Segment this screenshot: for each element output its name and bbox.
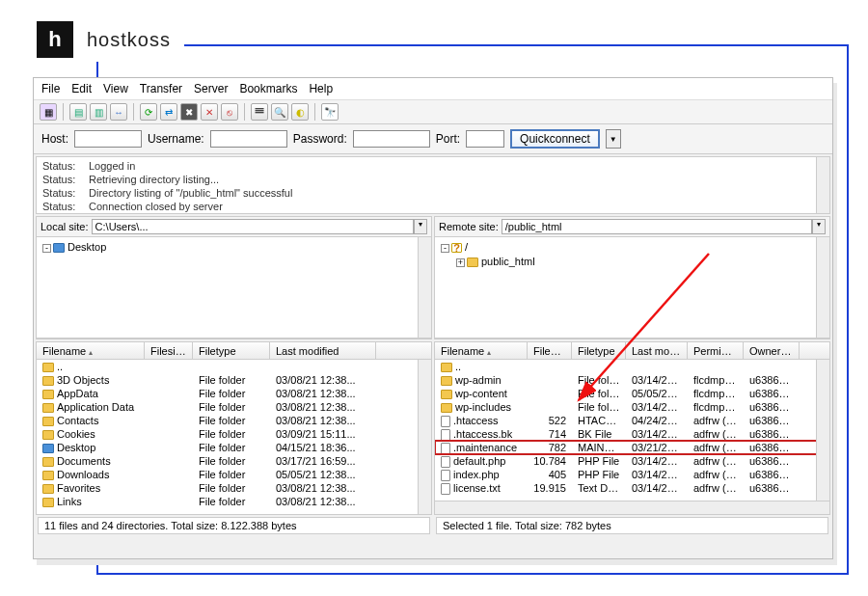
file-row[interactable]: Application DataFile folder03/08/21 12:3…: [37, 400, 431, 414]
brand-logo: h hostkoss: [37, 17, 184, 62]
log-scrollbar[interactable]: [816, 157, 829, 213]
col-permissi-[interactable]: Permissi...: [688, 342, 744, 360]
password-label: Password:: [293, 132, 347, 146]
file-icon: [441, 456, 450, 468]
menu-transfer[interactable]: Transfer: [140, 82, 182, 95]
folder-icon: [441, 390, 452, 399]
tree-node[interactable]: -Desktop: [42, 240, 425, 255]
local-path-dropdown[interactable]: ▾: [414, 219, 427, 234]
brand-name: hostkoss: [87, 29, 171, 51]
quickconnect-button[interactable]: Quickconnect: [510, 129, 600, 149]
remote-path-input[interactable]: [502, 219, 812, 234]
local-path-input[interactable]: [92, 219, 414, 234]
tb-filter-icon[interactable]: 𝍢: [251, 103, 268, 121]
col-last-modifi-[interactable]: Last modifi...: [626, 342, 688, 360]
question-folder-icon: ?: [451, 243, 462, 253]
remote-hscrollbar[interactable]: [435, 501, 829, 514]
password-input[interactable]: [353, 130, 430, 148]
menu-file[interactable]: File: [41, 82, 60, 95]
remote-tree[interactable]: -?/+public_html: [435, 237, 829, 339]
file-icon: [441, 443, 450, 454]
col-filename[interactable]: Filename ▴: [435, 342, 528, 360]
tree-node[interactable]: -?/: [441, 240, 824, 255]
file-row[interactable]: license.txt19.915Text Doc...03/14/21 1..…: [435, 481, 829, 495]
tb-refresh-icon[interactable]: ⟳: [140, 103, 157, 121]
host-input[interactable]: [74, 130, 142, 148]
col-owner-gr-[interactable]: Owner/Gr...: [744, 342, 800, 360]
file-row[interactable]: default.php10.784PHP File03/14/21 1...ad…: [435, 454, 829, 468]
col-filetype[interactable]: Filetype: [193, 342, 270, 360]
file-row[interactable]: DocumentsFile folder03/17/21 16:59...: [37, 454, 431, 468]
tb-queue-icon[interactable]: ↔: [110, 103, 127, 121]
file-row[interactable]: CookiesFile folder03/09/21 15:11...: [37, 427, 431, 441]
username-label: Username:: [148, 132, 204, 146]
tb-toggle1-icon[interactable]: ▤: [69, 103, 87, 121]
col-filesize[interactable]: Filesize: [528, 342, 572, 360]
remote-path-dropdown[interactable]: ▾: [812, 219, 826, 234]
col-filename[interactable]: Filename ▴: [37, 342, 145, 360]
col-last-modified[interactable]: Last modified: [270, 342, 376, 360]
file-row[interactable]: ..: [435, 360, 829, 373]
toolbar-separator: [244, 103, 245, 121]
file-row[interactable]: AppDataFile folder03/08/21 12:38...: [37, 387, 431, 400]
menu-help[interactable]: Help: [309, 82, 333, 95]
tree-node[interactable]: +public_html: [441, 255, 824, 269]
log-label: Status:: [42, 200, 89, 213]
file-row[interactable]: 3D ObjectsFile folder03/08/21 12:38...: [37, 373, 431, 387]
port-input[interactable]: [466, 130, 504, 148]
log-label: Status:: [42, 159, 89, 173]
local-files-scrollbar[interactable]: [418, 360, 431, 514]
col-filesize[interactable]: Filesize: [145, 342, 193, 360]
site-panes: Local site: ▾ -Desktop Remote site: ▾ -?…: [36, 216, 830, 339]
file-icon: [441, 470, 450, 481]
local-file-body[interactable]: ..3D ObjectsFile folder03/08/21 12:38...…: [37, 360, 431, 514]
local-tree[interactable]: -Desktop: [37, 237, 431, 339]
log-label: Status:: [42, 186, 89, 200]
tb-toggle2-icon[interactable]: ▥: [90, 103, 107, 121]
quickconnect-dropdown[interactable]: ▼: [606, 129, 621, 149]
expand-icon[interactable]: -: [441, 244, 449, 253]
tb-cancel-icon[interactable]: ✖: [180, 103, 198, 121]
local-columns[interactable]: Filename ▴FilesizeFiletypeLast modified: [37, 342, 431, 360]
expand-icon[interactable]: +: [456, 258, 465, 267]
file-row[interactable]: .htaccess.bk714BK File03/14/21 1...adfrw…: [435, 427, 829, 441]
tb-compare-icon[interactable]: ◐: [291, 103, 309, 121]
tree-label: public_html: [481, 256, 535, 267]
menu-server[interactable]: Server: [194, 82, 228, 95]
file-row[interactable]: wp-adminFile folder03/14/21 1...flcdmpe …: [435, 373, 829, 387]
file-row[interactable]: .maintenance782MAINTE...03/21/21 1...adf…: [435, 441, 829, 454]
tb-sitemanager-icon[interactable]: ▦: [40, 103, 57, 121]
remote-columns[interactable]: Filename ▴FilesizeFiletypeLast modifi...…: [435, 342, 829, 360]
remote-pane: Remote site: ▾ -?/+public_html: [434, 216, 830, 339]
file-row[interactable]: DownloadsFile folder05/05/21 12:38...: [37, 468, 431, 481]
remote-files-scrollbar[interactable]: [816, 360, 829, 501]
tb-processqueue-icon[interactable]: ⇄: [160, 103, 177, 121]
menu-view[interactable]: View: [103, 82, 128, 95]
file-row[interactable]: DesktopFile folder04/15/21 18:36...: [37, 441, 431, 454]
tb-find-icon[interactable]: 🔭: [321, 103, 339, 121]
file-row[interactable]: wp-includesFile folder03/14/21 1...flcdm…: [435, 400, 829, 414]
file-row[interactable]: ..: [37, 360, 431, 373]
expand-icon[interactable]: -: [42, 244, 51, 253]
remote-file-body[interactable]: ..wp-adminFile folder03/14/21 1...flcdmp…: [435, 360, 829, 501]
local-tree-scrollbar[interactable]: [418, 237, 431, 338]
tb-reconnect-icon[interactable]: ⎋: [221, 103, 238, 121]
log-text: Directory listing of "/public_html" succ…: [89, 187, 292, 199]
file-row[interactable]: FavoritesFile folder03/08/21 12:38...: [37, 481, 431, 495]
remote-tree-scrollbar[interactable]: [816, 237, 829, 338]
log-text: Connection closed by server: [89, 201, 223, 212]
local-site-label: Local site:: [41, 221, 89, 232]
tb-search-icon[interactable]: 🔍: [271, 103, 288, 121]
file-row[interactable]: .htaccess522HTACCE...04/24/21 1...adfrw …: [435, 414, 829, 427]
tb-disconnect-icon[interactable]: ✕: [201, 103, 218, 121]
menu-bookmarks[interactable]: Bookmarks: [239, 82, 297, 95]
username-input[interactable]: [210, 130, 287, 148]
message-log[interactable]: Status:Logged inStatus:Retrieving direct…: [36, 156, 830, 214]
file-row[interactable]: LinksFile folder03/08/21 12:38...: [37, 495, 431, 508]
file-row[interactable]: ContactsFile folder03/08/21 12:38...: [37, 414, 431, 427]
menu-edit[interactable]: Edit: [71, 82, 92, 95]
remote-file-listing: Filename ▴FilesizeFiletypeLast modifi...…: [434, 341, 830, 515]
col-filetype[interactable]: Filetype: [572, 342, 626, 360]
file-row[interactable]: wp-contentFile folder05/05/21 1...flcdmp…: [435, 387, 829, 400]
file-row[interactable]: index.php405PHP File03/14/21 1...adfrw (…: [435, 468, 829, 481]
